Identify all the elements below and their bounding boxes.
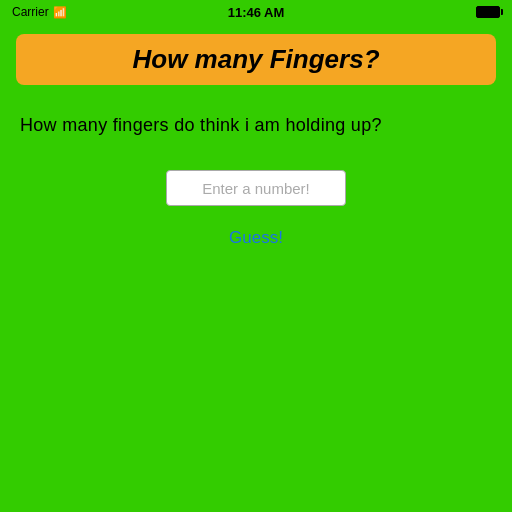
status-bar: Carrier 📶 11:46 AM (0, 0, 512, 24)
input-container (20, 170, 492, 206)
battery-icon (476, 6, 500, 18)
status-time: 11:46 AM (228, 5, 285, 20)
carrier-label: Carrier 📶 (12, 5, 67, 19)
guess-button[interactable]: Guess! (221, 224, 291, 252)
number-input[interactable] (166, 170, 346, 206)
guess-button-container: Guess! (20, 224, 492, 252)
carrier-text: Carrier (12, 5, 49, 19)
header-title: How many Fingers? (132, 44, 379, 74)
header-banner: How many Fingers? (16, 34, 496, 85)
wifi-icon: 📶 (53, 6, 67, 19)
content-area: How many fingers do think i am holding u… (0, 85, 512, 272)
question-text: How many fingers do think i am holding u… (20, 113, 492, 138)
